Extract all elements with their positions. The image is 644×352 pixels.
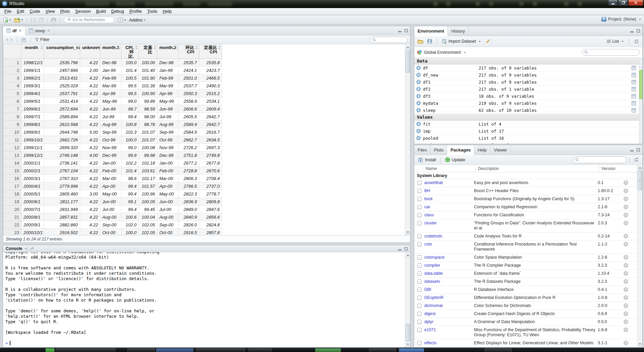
menu-item-session[interactable]: Session	[72, 8, 93, 15]
package-name-link[interactable]: boot	[424, 196, 474, 201]
scrollbar-thumb[interactable]	[638, 171, 642, 190]
package-remove-icon[interactable]: ✕	[624, 213, 628, 217]
scroll-up-icon[interactable]	[405, 44, 410, 50]
save-all-button[interactable]	[37, 16, 45, 24]
package-checkbox[interactable]	[417, 205, 422, 209]
new-file-button[interactable]	[2, 16, 12, 24]
taskbar-button[interactable]	[485, 348, 512, 352]
load-workspace-button[interactable]	[417, 38, 424, 45]
scroll-down-icon[interactable]	[637, 342, 642, 347]
expand-icon[interactable]	[416, 73, 421, 77]
packages-search-input[interactable]	[573, 157, 627, 163]
sort-icon[interactable]	[196, 46, 198, 50]
save-button[interactable]	[30, 16, 37, 24]
package-remove-icon[interactable]: ✕	[624, 303, 628, 308]
package-name-link[interactable]: datasets	[424, 279, 474, 284]
back-icon[interactable]	[6, 38, 8, 41]
install-button[interactable]: Install	[417, 157, 437, 163]
package-name-link[interactable]: DBI	[424, 287, 474, 292]
package-checkbox[interactable]	[417, 255, 422, 260]
column-header[interactable]: month.2	[157, 44, 178, 59]
expand-icon[interactable]	[416, 101, 421, 105]
console-output[interactable]: Copyright (C) 2015 The R Foundation for …	[3, 252, 405, 347]
package-checkbox[interactable]	[417, 296, 422, 300]
menu-item-debug[interactable]: Debug	[109, 8, 127, 15]
package-checkbox[interactable]	[417, 181, 422, 185]
package-name-link[interactable]: DEoptimR	[424, 295, 474, 300]
tab-files[interactable]: Files	[414, 145, 430, 155]
environment-item[interactable]: pooledList of 16	[414, 135, 639, 142]
menu-item-help[interactable]: Help	[160, 8, 174, 15]
column-description[interactable]: Description	[476, 165, 599, 172]
package-remove-icon[interactable]: ✕	[624, 327, 628, 332]
scrollbar-thumb[interactable]	[406, 50, 410, 73]
expand-icon[interactable]	[416, 122, 421, 126]
package-name-link[interactable]: data.table	[424, 271, 474, 276]
console-vertical-scrollbar[interactable]	[405, 252, 410, 347]
view-data-grid-icon[interactable]	[632, 101, 636, 105]
expand-icon[interactable]	[416, 129, 421, 133]
package-checkbox[interactable]	[417, 242, 422, 247]
tab-df[interactable]: df ✕	[3, 26, 25, 35]
package-remove-icon[interactable]: ✕	[624, 242, 628, 247]
package-checkbox[interactable]	[417, 279, 422, 284]
sort-icon[interactable]	[76, 46, 79, 50]
package-checkbox[interactable]	[417, 341, 422, 345]
minimize-pane-icon[interactable]	[630, 31, 634, 33]
scrollbar-thumb[interactable]	[406, 324, 410, 341]
column-header[interactable]: unknown	[80, 44, 100, 59]
tab-sleep[interactable]: sleep ✕	[25, 26, 54, 35]
viewer-vertical-scrollbar[interactable]	[405, 44, 410, 235]
environment-item[interactable]: sleep62 obs. of 10 variables	[414, 107, 639, 114]
package-name-link[interactable]: class	[424, 212, 474, 217]
column-header[interactable]: month	[21, 44, 44, 59]
taskbar-button[interactable]	[399, 348, 424, 352]
package-remove-icon[interactable]: ✕	[624, 196, 628, 201]
expand-icon[interactable]	[416, 65, 421, 70]
menu-item-profile[interactable]: Profile	[127, 8, 145, 15]
sort-icon[interactable]	[118, 46, 120, 50]
open-in-new-window-icon[interactable]	[21, 38, 26, 42]
environment-item[interactable]: df2217 obs. of 1 variable	[414, 86, 639, 93]
environment-item[interactable]: fitList of 4	[414, 121, 639, 128]
minimize-pane-icon[interactable]	[398, 249, 401, 251]
viewer-search-input[interactable]	[370, 37, 408, 43]
taskbar-button[interactable]	[56, 348, 115, 352]
package-name-link[interactable]: digest	[424, 311, 474, 316]
environment-item[interactable]: unknownnum [1:217] 4.22 2 4.22 4.22 4.22…	[414, 142, 639, 144]
package-checkbox[interactable]	[417, 271, 422, 276]
package-remove-icon[interactable]: ✕	[624, 221, 628, 225]
sort-icon[interactable]	[154, 46, 156, 50]
packages-scrollbar[interactable]	[637, 165, 642, 347]
package-remove-icon[interactable]: ✕	[624, 319, 628, 324]
package-name-link[interactable]: e1071	[424, 327, 474, 332]
menu-item-code[interactable]: Code	[27, 8, 43, 15]
pane-layout-button[interactable]	[117, 16, 127, 24]
package-remove-icon[interactable]: ✕	[624, 287, 628, 292]
environment-item[interactable]: df_new217 obs. of 9 variables	[414, 72, 639, 79]
refresh-button[interactable]	[633, 156, 640, 164]
package-name-link[interactable]: compiler	[424, 263, 474, 268]
taskbar-button[interactable]	[46, 348, 54, 352]
scroll-down-icon[interactable]	[405, 342, 410, 347]
package-remove-icon[interactable]: ✕	[624, 263, 628, 268]
minimize-pane-icon[interactable]	[398, 31, 401, 32]
maximize-pane-icon[interactable]	[637, 148, 640, 151]
taskbar-button[interactable]	[196, 348, 245, 352]
menu-item-build[interactable]: Build	[94, 8, 109, 15]
menu-item-plots[interactable]: Plots	[57, 8, 72, 15]
environment-item[interactable]: df1217 obs. of 9 variables	[414, 79, 639, 86]
column-header[interactable]: month.1	[100, 44, 121, 59]
project-selector[interactable]: R Project: (None)	[601, 17, 641, 21]
expand-icon[interactable]	[416, 94, 421, 98]
update-button[interactable]: Update	[444, 157, 467, 163]
column-header[interactable]: 定基比 CPI	[199, 44, 222, 59]
expand-icon[interactable]	[416, 87, 421, 91]
package-remove-icon[interactable]: ✕	[624, 255, 628, 260]
column-version[interactable]: Version	[599, 165, 628, 172]
package-remove-icon[interactable]: ✕	[624, 341, 628, 345]
goto-file-input[interactable]: Go to file/function	[64, 16, 115, 23]
package-name-link[interactable]: assertthat	[424, 180, 474, 185]
column-header[interactable]: CPI.环 比.	[121, 44, 139, 59]
expand-icon[interactable]	[416, 80, 421, 84]
